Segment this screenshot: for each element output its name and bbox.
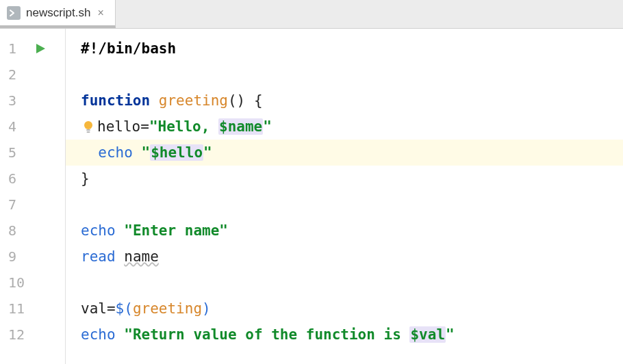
line-number: 11 bbox=[8, 300, 25, 317]
code-line[interactable]: hello="Hello, $name" bbox=[66, 114, 623, 140]
line-number: 7 bbox=[8, 196, 16, 213]
var-ref: $name bbox=[218, 118, 263, 135]
shebang: #!/bin/bash bbox=[81, 40, 176, 57]
line-number: 5 bbox=[8, 144, 16, 161]
code-line[interactable]: } bbox=[66, 166, 623, 192]
code-line[interactable] bbox=[66, 62, 623, 88]
line-number: 9 bbox=[8, 248, 16, 265]
var-ref: $hello bbox=[150, 144, 203, 161]
gutter-line[interactable]: 1 bbox=[0, 36, 65, 62]
gutter-line[interactable]: 9 bbox=[0, 244, 65, 270]
code-line[interactable]: val=$(greeting) bbox=[66, 296, 623, 322]
gutter-line[interactable]: 12 bbox=[0, 322, 65, 348]
line-number: 2 bbox=[8, 66, 16, 83]
line-number: 6 bbox=[8, 170, 16, 187]
run-icon[interactable] bbox=[34, 42, 47, 55]
identifier: name bbox=[124, 248, 159, 265]
code-line-current[interactable]: echo "$hello" bbox=[66, 140, 623, 166]
gutter-line[interactable]: 5 bbox=[0, 140, 65, 166]
code-line[interactable] bbox=[66, 270, 623, 296]
tab-bar: newscript.sh × bbox=[0, 0, 623, 29]
code-line[interactable]: echo "Return value of the function is $v… bbox=[66, 322, 623, 348]
var-ref: $val bbox=[409, 326, 446, 343]
gutter-line[interactable]: 4 bbox=[0, 114, 65, 140]
gutter-line[interactable]: 8 bbox=[0, 218, 65, 244]
line-number: 4 bbox=[8, 118, 16, 135]
line-number: 1 bbox=[8, 40, 16, 57]
builtin-echo: echo bbox=[98, 144, 133, 161]
gutter: 1 2 3 4 5 6 7 8 9 10 11 12 bbox=[0, 29, 66, 364]
line-number: 12 bbox=[8, 326, 25, 343]
gutter-line[interactable]: 2 bbox=[0, 62, 65, 88]
gutter-line[interactable]: 6 bbox=[0, 166, 65, 192]
gutter-line[interactable]: 11 bbox=[0, 296, 65, 322]
tab-filename: newscript.sh bbox=[26, 6, 90, 20]
builtin-read: read bbox=[81, 248, 116, 265]
builtin-echo: echo bbox=[81, 222, 116, 239]
svg-marker-0 bbox=[36, 44, 45, 53]
function-call: greeting bbox=[133, 300, 202, 317]
gutter-line[interactable]: 3 bbox=[0, 88, 65, 114]
keyword-function: function bbox=[81, 92, 150, 109]
line-number: 10 bbox=[8, 274, 25, 291]
line-number: 8 bbox=[8, 222, 16, 239]
function-name: greeting bbox=[159, 92, 228, 109]
gutter-line[interactable]: 7 bbox=[0, 192, 65, 218]
tab-newscript[interactable]: newscript.sh × bbox=[0, 0, 116, 28]
code-area[interactable]: #!/bin/bash function greeting() { hello … bbox=[66, 29, 623, 364]
shell-file-icon bbox=[7, 6, 21, 20]
code-line[interactable]: echo "Enter name" bbox=[66, 218, 623, 244]
line-number: 3 bbox=[8, 92, 16, 109]
gutter-line[interactable]: 10 bbox=[0, 270, 65, 296]
builtin-echo: echo bbox=[81, 326, 116, 343]
var-assign-name: val bbox=[81, 300, 107, 317]
code-line[interactable]: read name bbox=[66, 244, 623, 270]
code-line[interactable] bbox=[66, 192, 623, 218]
code-line[interactable]: function greeting() { bbox=[66, 88, 623, 114]
editor: 1 2 3 4 5 6 7 8 9 10 11 12 #!/bin/bash f… bbox=[0, 29, 623, 364]
close-icon[interactable]: × bbox=[96, 7, 105, 19]
var-assign-name: hello bbox=[97, 118, 140, 135]
code-line[interactable]: #!/bin/bash bbox=[66, 36, 623, 62]
